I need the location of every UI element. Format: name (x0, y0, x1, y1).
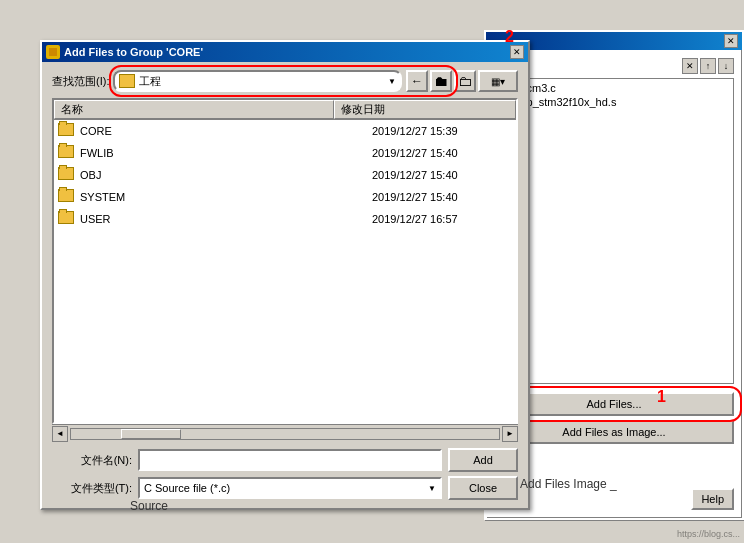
filename-input[interactable] (138, 449, 442, 471)
location-combo-arrow: ▼ (388, 77, 396, 86)
nav-buttons: ← 🖿 🗀 ▦▾ (406, 70, 518, 92)
file-name: FWLIB (80, 147, 372, 159)
scroll-right-button[interactable]: ► (502, 426, 518, 442)
location-combo[interactable]: 工程 ▼ (113, 70, 402, 92)
scrollbar-track[interactable] (70, 428, 500, 440)
close-button[interactable]: Close (448, 476, 518, 500)
filetype-select-arrow: ▼ (428, 484, 436, 493)
folder-icon (58, 123, 76, 139)
filetype-row: 文件类型(T): C Source file (*.c) ▼ Close (52, 476, 518, 500)
dialog-titlebar: Add Files to Group 'CORE' ✕ (42, 42, 528, 62)
watermark: https://blog.cs... (677, 529, 740, 539)
scrollbar-thumb[interactable] (121, 429, 181, 439)
add-files-button[interactable]: Add Files... (494, 392, 734, 416)
add-files-image-annotation: Add Files Image _ (520, 477, 617, 491)
location-text: 工程 (139, 74, 388, 89)
toolbar-row: 查找范围(I): 工程 ▼ ← 🖿 🗀 ▦▾ (52, 70, 518, 92)
file-list-body: CORE 2019/12/27 15:39 FWLIB 2019/12/27 1… (54, 120, 516, 422)
help-button[interactable]: Help (691, 488, 734, 510)
dialog-body: 查找范围(I): 工程 ▼ ← 🖿 🗀 ▦▾ 名称 (42, 62, 528, 508)
file-date: 2019/12/27 15:40 (372, 191, 512, 203)
file-name: SYSTEM (80, 191, 372, 203)
file-date: 2019/12/27 15:39 (372, 125, 512, 137)
bg-window-bottom: Add Files... Add Files as Image... Help (494, 392, 734, 510)
filename-label: 文件名(N): (52, 453, 132, 468)
column-header-date[interactable]: 修改日期 (334, 100, 516, 119)
files-list: core_cm3.c startup_stm32f10x_hd.s (494, 78, 734, 384)
file-name: OBJ (80, 169, 372, 181)
location-folder-icon (119, 74, 135, 88)
table-row[interactable]: FWLIB 2019/12/27 15:40 (54, 142, 516, 164)
toolbar-label: 查找范围(I): (52, 74, 109, 89)
file-list-header: 名称 修改日期 (54, 100, 516, 120)
nav-new-folder-button[interactable]: 🗀 (454, 70, 476, 92)
folder-icon (58, 145, 76, 161)
table-row[interactable]: USER 2019/12/27 16:57 (54, 208, 516, 230)
file-name: USER (80, 213, 372, 225)
folder-icon (58, 189, 76, 205)
files-up-btn[interactable]: ↑ (700, 58, 716, 74)
filename-row: 文件名(N): Add (52, 448, 518, 472)
files-list-item[interactable]: startup_stm32f10x_hd.s (497, 95, 731, 109)
table-row[interactable]: CORE 2019/12/27 15:39 (54, 120, 516, 142)
filetype-select[interactable]: C Source file (*.c) ▼ (138, 477, 442, 499)
bottom-form: 文件名(N): Add 文件类型(T): C Source file (*.c)… (52, 448, 518, 500)
view-toggle-button[interactable]: ▦▾ (478, 70, 518, 92)
file-list-container: 名称 修改日期 CORE 2019/12/27 15:39 FWLIB 2019… (52, 98, 518, 424)
folder-icon (58, 167, 76, 183)
files-list-item[interactable]: core_cm3.c (497, 81, 731, 95)
horizontal-scrollbar[interactable]: ◄ ► (52, 424, 518, 442)
dialog-title-left: Add Files to Group 'CORE' (46, 45, 203, 59)
dialog-icon (46, 45, 60, 59)
add-button[interactable]: Add (448, 448, 518, 472)
main-dialog: Add Files to Group 'CORE' ✕ 2 查找范围(I): 工… (40, 40, 530, 510)
source-annotation: Source (130, 499, 168, 513)
svg-rect-0 (49, 48, 57, 56)
table-row[interactable]: SYSTEM 2019/12/27 15:40 (54, 186, 516, 208)
folder-icon (58, 211, 76, 227)
scroll-left-button[interactable]: ◄ (52, 426, 68, 442)
nav-up-button[interactable]: 🖿 (430, 70, 452, 92)
file-date: 2019/12/27 15:40 (372, 169, 512, 181)
nav-back-button[interactable]: ← (406, 70, 428, 92)
files-close-btn[interactable]: ✕ (682, 58, 698, 74)
filetype-selected-value: C Source file (*.c) (144, 482, 230, 494)
annotation-2: 2 (505, 28, 514, 46)
add-files-as-image-button[interactable]: Add Files as Image... (494, 420, 734, 444)
file-date: 2019/12/27 15:40 (372, 147, 512, 159)
file-name: CORE (80, 125, 372, 137)
files-header: Files: ✕ ↑ ↓ (494, 58, 734, 74)
dialog-close-button[interactable]: ✕ (510, 45, 524, 59)
file-date: 2019/12/27 16:57 (372, 213, 512, 225)
dialog-title: Add Files to Group 'CORE' (64, 46, 203, 58)
column-header-name[interactable]: 名称 (54, 100, 334, 119)
files-controls: ✕ ↑ ↓ (682, 58, 734, 74)
files-down-btn[interactable]: ↓ (718, 58, 734, 74)
table-row[interactable]: OBJ 2019/12/27 15:40 (54, 164, 516, 186)
filetype-label: 文件类型(T): (52, 481, 132, 496)
bg-window-close-button[interactable]: ✕ (724, 34, 738, 48)
